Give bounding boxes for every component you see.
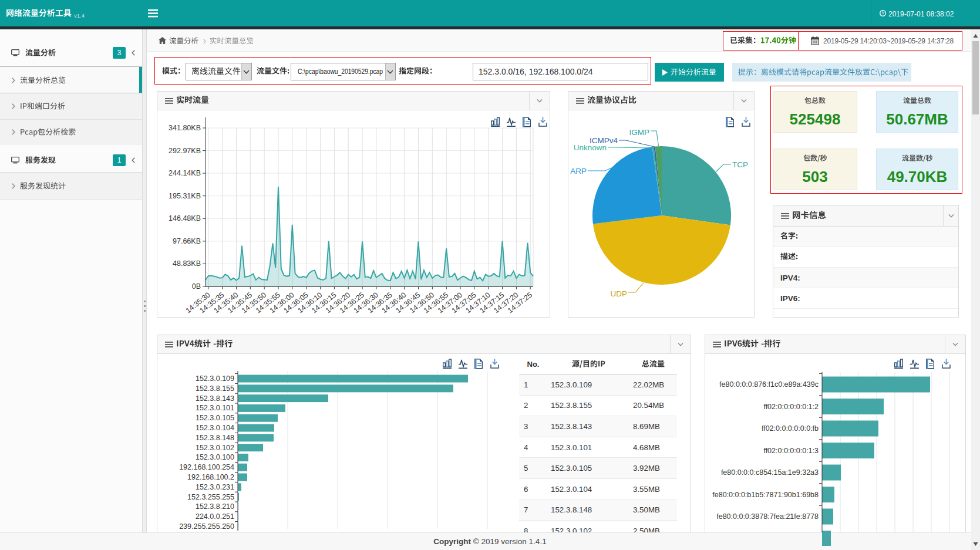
svg-text:fe80:0:0:0:b1b5:7871:90b1:69b8: fe80:0:0:0:b1b5:7871:90b1:69b8 xyxy=(712,491,819,499)
svg-text:fe80:0:0:0:876:f1c0:e89a:439c: fe80:0:0:0:876:f1c0:e89a:439c xyxy=(719,380,819,389)
svg-text:ff02:0:0:0:0:0:1:3: ff02:0:0:0:0:0:1:3 xyxy=(763,447,819,455)
svg-text:341.80KB: 341.80KB xyxy=(169,124,201,132)
svg-text:152.3.8.143: 152.3.8.143 xyxy=(196,394,234,403)
svg-text:195.31KB: 195.31KB xyxy=(169,192,201,200)
svg-text:152.3.8.210: 152.3.8.210 xyxy=(196,502,234,511)
svg-text:152.3.0.104: 152.3.0.104 xyxy=(196,424,234,432)
svg-text:152.3.0.100: 152.3.0.100 xyxy=(196,453,234,461)
svg-text:152.3.0.109: 152.3.0.109 xyxy=(196,374,234,383)
svg-text:152.3.0.102: 152.3.0.102 xyxy=(196,444,234,452)
svg-text:292.97KB: 292.97KB xyxy=(169,147,201,155)
svg-text:146.48KB: 146.48KB xyxy=(169,214,201,222)
svg-text:ff02:0:0:0:0:0:0:fb: ff02:0:0:0:0:0:0:fb xyxy=(762,424,819,433)
svg-text:152.3.0.105: 152.3.0.105 xyxy=(196,414,234,422)
svg-text:48.83KB: 48.83KB xyxy=(173,259,201,268)
svg-text:fe80:0:0:0:c854:15a:1e9:32a3: fe80:0:0:0:c854:15a:1e9:32a3 xyxy=(721,468,819,477)
svg-text:UDP: UDP xyxy=(610,289,627,298)
svg-text:IGMP: IGMP xyxy=(629,128,649,137)
svg-text:239.255.255.250: 239.255.255.250 xyxy=(179,522,234,531)
svg-text:97.66KB: 97.66KB xyxy=(173,237,201,245)
svg-text:0B: 0B xyxy=(192,282,201,291)
svg-text:192.168.100.254: 192.168.100.254 xyxy=(179,463,234,471)
svg-text:152.3.0.231: 152.3.0.231 xyxy=(196,483,234,491)
svg-text:152.3.8.148: 152.3.8.148 xyxy=(196,434,234,442)
svg-text:192.168.100.2: 192.168.100.2 xyxy=(187,473,234,481)
svg-text:152.3.8.155: 152.3.8.155 xyxy=(196,384,234,393)
svg-text:TCP: TCP xyxy=(732,160,748,169)
svg-text:fe80:0:0:0:3878:7fea:21fe:8778: fe80:0:0:0:3878:7fea:21fe:8778 xyxy=(716,512,819,521)
svg-text:244.14KB: 244.14KB xyxy=(169,169,201,177)
svg-text:224.0.0.251: 224.0.0.251 xyxy=(196,512,234,521)
svg-text:152.3.0.101: 152.3.0.101 xyxy=(196,404,234,412)
svg-text:152.3.255.255: 152.3.255.255 xyxy=(187,493,234,501)
svg-text:ARP: ARP xyxy=(570,167,587,176)
svg-text:ff02:0:0:0:0:0:1:2: ff02:0:0:0:0:0:1:2 xyxy=(763,403,819,411)
svg-text:Unknown: Unknown xyxy=(574,143,607,152)
